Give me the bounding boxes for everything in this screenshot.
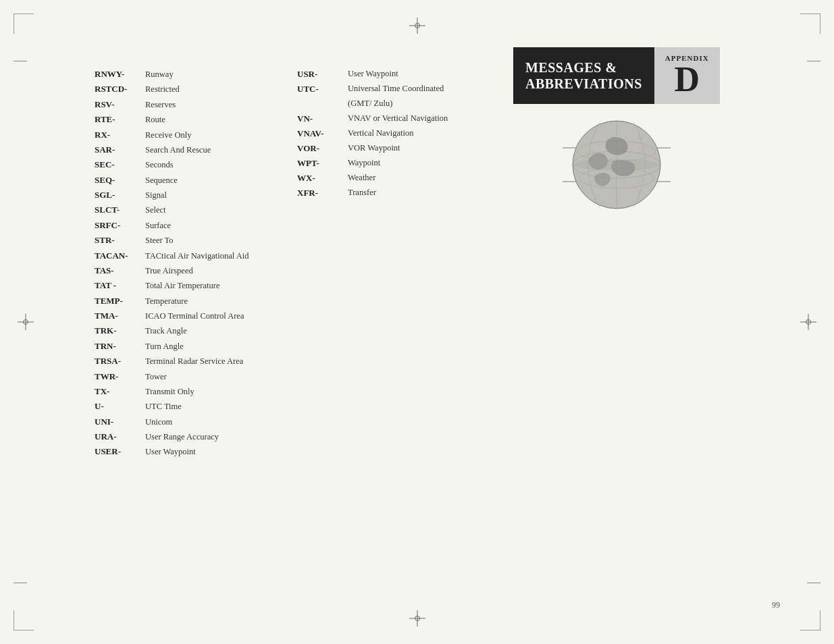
- list-item: RX-Receive Only: [95, 128, 270, 142]
- abbrev-key: RNWY-: [95, 68, 145, 81]
- crosshair-top: [405, 14, 429, 38]
- abbrev-key: RX-: [95, 128, 145, 142]
- list-item: XFR-Transfer: [297, 186, 459, 200]
- abbrev-key: TWR-: [95, 370, 145, 383]
- abbrev-key: TX-: [95, 385, 145, 398]
- side-line-left-top: [14, 61, 27, 61]
- list-item: VNAV-Vertical Navigation: [297, 127, 459, 140]
- abbrev-value: Weather: [348, 171, 375, 184]
- abbrev-key: TMA-: [95, 309, 145, 323]
- list-item: TAT -Total Air Temperature: [95, 279, 270, 292]
- reg-mark-br: [800, 610, 820, 630]
- list-item: RSTCD-Restricted: [95, 82, 270, 96]
- right-abbrev-column: USR-User WaypointUTC-Universal Time Coor…: [297, 68, 459, 459]
- side-line-left-bottom: [14, 583, 27, 583]
- side-line-right-bottom: [807, 583, 820, 583]
- abbrev-value: Temperature: [145, 295, 188, 308]
- list-item: WX-Weather: [297, 171, 459, 185]
- list-item: STR-Steer To: [95, 234, 270, 247]
- crosshair-right: [796, 310, 820, 334]
- abbrev-key: SRFC-: [95, 219, 145, 232]
- globe-graphic: [549, 111, 684, 219]
- crosshair-left: [14, 310, 38, 334]
- left-abbrev-column: RNWY-RunwayRSTCD-RestrictedRSV-ReservesR…: [95, 68, 270, 459]
- abbrev-value: TACtical Air Navigational Aid: [145, 250, 249, 263]
- abbrev-key: RSV-: [95, 98, 145, 111]
- list-item: TRN-Turn Angle: [95, 340, 270, 353]
- list-item: TMA-ICAO Terminal Control Area: [95, 309, 270, 323]
- abbrev-value: True Airspeed: [145, 265, 193, 277]
- list-item: UTC-Universal Time Coordinated: [297, 82, 459, 96]
- abbrev-key: WX-: [297, 171, 348, 185]
- abbrev-key: TRN-: [95, 340, 145, 353]
- appendix-letter: D: [674, 62, 700, 97]
- abbrev-key: TRSA-: [95, 354, 145, 368]
- abbrev-key: STR-: [95, 234, 145, 247]
- abbrev-value: Transfer: [348, 186, 376, 199]
- abbrev-key: U-: [95, 400, 145, 413]
- abbrev-value: Seconds: [145, 159, 174, 171]
- crosshair-bottom: [405, 606, 429, 630]
- abbrev-value: Terminal Radar Service Area: [145, 355, 243, 368]
- abbrev-value: Total Air Temperature: [145, 279, 219, 292]
- abbrev-key: VOR-: [297, 142, 348, 155]
- abbrev-key: VNAV-: [297, 127, 348, 140]
- abbrev-key: SEC-: [95, 158, 145, 171]
- appendix-title-area: MESSAGES &ABBREVIATIONS: [513, 47, 654, 104]
- abbrev-value: Vertical Navigation: [348, 127, 414, 140]
- reg-mark-bl: [14, 610, 34, 630]
- main-content: RNWY-RunwayRSTCD-RestrictedRSV-ReservesR…: [54, 68, 780, 459]
- abbrev-key: USR-: [297, 68, 348, 81]
- page-number: 99: [772, 600, 780, 610]
- abbrev-value: VNAV or Vertical Navigation: [348, 112, 448, 125]
- abbrev-value: Surface: [145, 219, 171, 232]
- list-item: TACAN-TACtical Air Navigational Aid: [95, 249, 270, 263]
- abbrev-key: TRK-: [95, 324, 145, 338]
- list-item: TAS-True Airspeed: [95, 264, 270, 277]
- list-item: RSV-Reserves: [95, 98, 270, 111]
- abbrev-key: TAT -: [95, 279, 145, 292]
- list-item: (GMT/ Zulu): [297, 97, 459, 110]
- abbrev-key: URA-: [95, 430, 145, 444]
- abbrev-value: Unicom: [145, 416, 172, 429]
- abbrev-value: Tower: [145, 371, 167, 383]
- abbrev-key: TACAN-: [95, 249, 145, 263]
- abbrev-value: UTC Time: [145, 400, 182, 413]
- appendix-letter-area: APPENDIX D: [654, 47, 720, 104]
- abbrev-value: Signal: [145, 189, 167, 202]
- list-item: UNI-Unicom: [95, 415, 270, 429]
- list-item: TEMP-Temperature: [95, 294, 270, 308]
- abbrev-key: SGL-: [95, 188, 145, 202]
- list-item: USR-User Waypoint: [297, 68, 459, 81]
- abbrev-key: RSTCD-: [95, 82, 145, 96]
- abbrev-value: Receive Only: [145, 129, 191, 142]
- abbrev-key: USER-: [95, 445, 145, 458]
- abbrev-key: SEQ-: [95, 173, 145, 187]
- abbrev-key: WPT-: [297, 157, 348, 170]
- list-item: SEQ-Sequence: [95, 173, 270, 187]
- abbrev-key: UTC-: [297, 82, 348, 96]
- abbrev-value: Track Angle: [145, 325, 187, 338]
- abbrev-value: ICAO Terminal Control Area: [145, 310, 244, 323]
- abbrev-value: Restricted: [145, 83, 180, 96]
- abbrev-value: Runway: [145, 68, 174, 81]
- page: RNWY-RunwayRSTCD-RestrictedRSV-ReservesR…: [0, 0, 834, 644]
- list-item: RNWY-Runway: [95, 68, 270, 81]
- abbrev-key: TEMP-: [95, 294, 145, 308]
- abbrev-value: Turn Angle: [145, 340, 184, 353]
- reg-mark-tr: [800, 14, 820, 34]
- abbrev-value: Search And Rescue: [145, 144, 211, 157]
- list-item: URA-User Range Accuracy: [95, 430, 270, 444]
- list-item: RTE-Route: [95, 113, 270, 126]
- right-panel: MESSAGES &ABBREVIATIONS APPENDIX D: [513, 54, 720, 459]
- abbrev-key: RTE-: [95, 113, 145, 126]
- appendix-title: MESSAGES &ABBREVIATIONS: [525, 59, 642, 92]
- list-item: TX-Transmit Only: [95, 385, 270, 398]
- list-item: VN-VNAV or Vertical Navigation: [297, 112, 459, 126]
- list-item: VOR-VOR Waypoint: [297, 142, 459, 155]
- list-item: USER-User Waypoint: [95, 445, 270, 458]
- list-item: SAR-Search And Rescue: [95, 143, 270, 157]
- side-line-right-top: [807, 61, 820, 61]
- reg-mark-tl: [14, 14, 34, 34]
- abbrev-value: VOR Waypoint: [348, 142, 400, 155]
